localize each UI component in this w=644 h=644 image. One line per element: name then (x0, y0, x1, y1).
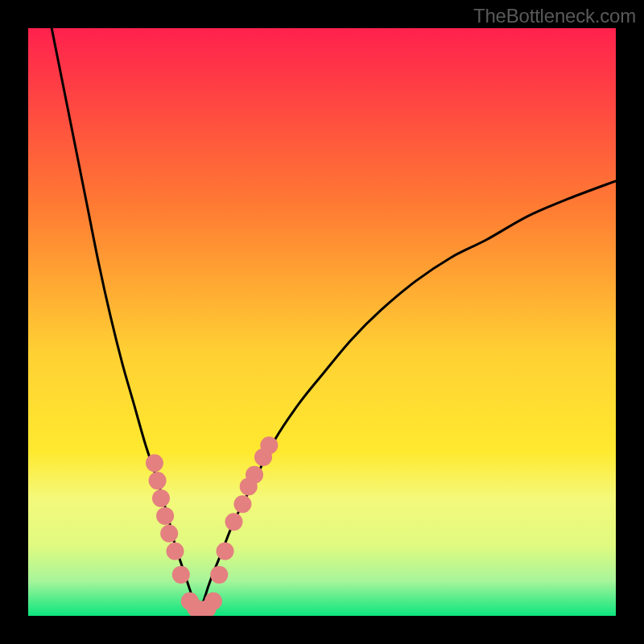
highlight-dot (146, 454, 163, 472)
highlight-dot (204, 592, 222, 610)
gradient-background (28, 28, 616, 616)
highlight-dot (160, 525, 178, 543)
bottleneck-chart (28, 28, 616, 616)
highlight-dot (225, 513, 243, 530)
highlight-dot (260, 436, 278, 454)
highlight-dot (149, 472, 167, 489)
highlight-dot (167, 543, 184, 560)
highlight-dot (152, 489, 170, 507)
highlight-dot (233, 495, 251, 513)
chart-frame: TheBottleneck.com (0, 0, 644, 644)
highlight-dot (217, 543, 234, 560)
highlight-dot (210, 566, 228, 584)
highlight-dot (172, 566, 190, 584)
highlight-dot (156, 507, 174, 525)
highlight-dot (246, 466, 263, 484)
watermark-label: TheBottleneck.com (473, 5, 636, 27)
